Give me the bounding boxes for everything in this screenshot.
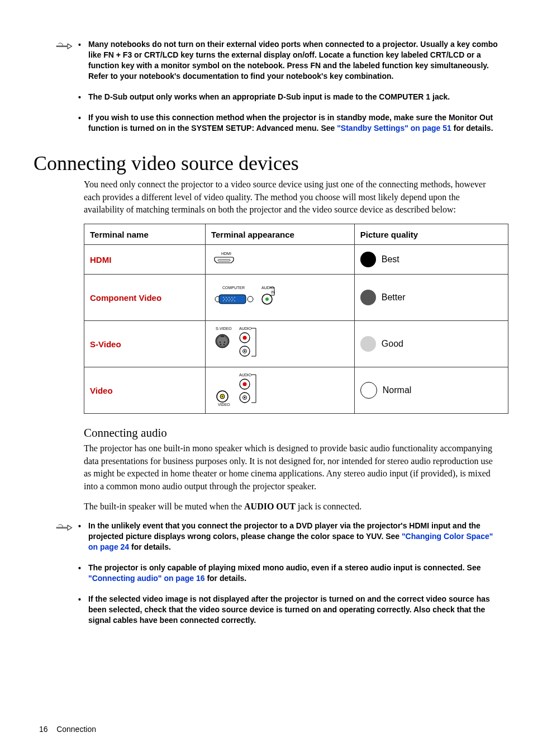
note-item: • The projector is only capable of playi… bbox=[78, 563, 499, 584]
hdmi-port-icon: HDMI bbox=[211, 251, 239, 266]
svg-point-15 bbox=[229, 300, 230, 301]
quality-circle-icon bbox=[360, 290, 376, 305]
page-footer: 16 Connection bbox=[39, 725, 96, 734]
svg-point-13 bbox=[223, 300, 224, 301]
svg-rect-26 bbox=[221, 336, 224, 337]
heading-connecting-video: Connecting video source devices bbox=[34, 152, 499, 175]
note-text-pre: The projector is only capable of playing… bbox=[88, 563, 480, 572]
svg-text:COMPUTER: COMPUTER bbox=[222, 286, 245, 290]
svg-point-46 bbox=[244, 397, 246, 399]
link-standby-settings[interactable]: "Standby Settings" on page 51 bbox=[337, 124, 451, 133]
svg-point-4 bbox=[223, 297, 224, 298]
svg-text:IN: IN bbox=[271, 290, 275, 294]
svg-text:VIDEO: VIDEO bbox=[218, 403, 230, 407]
quality-circle-icon bbox=[360, 252, 376, 267]
text-fragment: jack is connected. bbox=[296, 502, 361, 511]
top-note-block: • Many notebooks do not turn on their ex… bbox=[56, 39, 499, 144]
note-text: If the selected video image is not displ… bbox=[88, 594, 499, 626]
video-port-icon: VIDEO AUDIO bbox=[211, 371, 273, 408]
svg-point-5 bbox=[226, 297, 227, 298]
svg-point-16 bbox=[231, 300, 232, 301]
svg-point-36 bbox=[244, 351, 246, 352]
audio-paragraph: The projector has one built-in mono spea… bbox=[84, 442, 499, 493]
svg-point-29 bbox=[220, 344, 222, 346]
note-text-post: for details. bbox=[451, 124, 493, 133]
heading-connecting-audio: Connecting audio bbox=[84, 426, 499, 440]
svg-point-33 bbox=[242, 336, 246, 340]
intro-paragraph: You need only connect the projector to a… bbox=[84, 178, 499, 216]
cell-hdmi-quality: Best bbox=[354, 245, 508, 275]
th-picture-quality: Picture quality bbox=[354, 224, 508, 245]
svg-point-39 bbox=[222, 396, 223, 398]
quality-label: Good bbox=[382, 339, 403, 349]
svg-rect-1 bbox=[218, 259, 230, 261]
bottom-note-block: • In the unlikely event that you connect… bbox=[56, 521, 499, 635]
quality-circle-icon bbox=[360, 382, 377, 399]
note-item: • Many notebooks do not turn on their ex… bbox=[78, 39, 499, 82]
cell-svideo-quality: Good bbox=[354, 321, 508, 367]
note-text-post: for details. bbox=[129, 542, 171, 551]
svg-point-11 bbox=[230, 299, 231, 300]
svg-point-10 bbox=[227, 299, 228, 300]
cell-video-appearance: VIDEO AUDIO bbox=[205, 367, 354, 414]
note-item: • In the unlikely event that you connect… bbox=[78, 521, 499, 552]
svg-point-7 bbox=[231, 297, 232, 298]
svg-text:AUDIO: AUDIO bbox=[239, 373, 252, 377]
note-text: Many notebooks do not turn on their exte… bbox=[88, 39, 499, 82]
component-port-icon: COMPUTER AUDIO IN bbox=[211, 282, 284, 310]
th-terminal-appearance: Terminal appearance bbox=[205, 224, 354, 245]
quality-label: Better bbox=[382, 292, 406, 303]
svg-point-12 bbox=[232, 299, 234, 300]
terminals-table: Terminal name Terminal appearance Pictur… bbox=[84, 224, 508, 414]
cell-component-name: Component Video bbox=[84, 275, 206, 321]
speaker-mute-paragraph: The built-in speaker will be muted when … bbox=[84, 500, 499, 513]
cell-hdmi-appearance: HDMI bbox=[205, 245, 354, 275]
svg-point-27 bbox=[220, 342, 221, 343]
svideo-port-icon: S-VIDEO AUDIO bbox=[211, 324, 273, 361]
svg-text:S-VIDEO: S-VIDEO bbox=[216, 327, 232, 330]
svg-point-8 bbox=[234, 297, 235, 298]
svg-text:HDMI: HDMI bbox=[221, 252, 231, 256]
note-text: The D-Sub output only works when an appr… bbox=[88, 92, 450, 103]
page-number: 16 bbox=[39, 725, 48, 734]
cell-video-name: Video bbox=[84, 367, 206, 414]
svg-point-28 bbox=[224, 342, 226, 343]
cell-hdmi-name: HDMI bbox=[84, 245, 206, 275]
svg-point-9 bbox=[224, 299, 225, 300]
svg-text:AUDIO: AUDIO bbox=[239, 327, 252, 330]
cell-video-quality: Normal bbox=[354, 367, 508, 414]
svg-point-6 bbox=[229, 297, 230, 298]
quality-label: Normal bbox=[383, 385, 412, 395]
hand-pointer-icon bbox=[56, 521, 78, 535]
note-item: • If the selected video image is not dis… bbox=[78, 594, 499, 626]
note-text-post: for details. bbox=[205, 574, 247, 583]
cell-svideo-appearance: S-VIDEO AUDIO bbox=[205, 321, 354, 367]
svg-point-17 bbox=[234, 300, 235, 301]
th-terminal-name: Terminal name bbox=[84, 224, 206, 245]
cell-component-quality: Better bbox=[354, 275, 508, 321]
quality-circle-icon bbox=[360, 336, 376, 352]
audio-out-label: AUDIO OUT bbox=[244, 502, 296, 511]
section-name: Connection bbox=[56, 725, 96, 734]
svg-point-30 bbox=[223, 344, 225, 346]
svg-point-22 bbox=[265, 297, 269, 301]
note-item: • The D-Sub output only works when an ap… bbox=[78, 92, 499, 103]
cell-svideo-name: S-Video bbox=[84, 321, 206, 367]
cell-component-appearance: COMPUTER AUDIO IN bbox=[205, 275, 354, 321]
svg-point-43 bbox=[242, 382, 246, 386]
text-fragment: The built-in speaker will be muted when … bbox=[84, 502, 244, 511]
svg-point-18 bbox=[248, 296, 253, 302]
hand-pointer-icon bbox=[56, 39, 78, 54]
quality-label: Best bbox=[382, 254, 399, 264]
note-item: • If you wish to use this connection met… bbox=[78, 112, 499, 134]
svg-point-14 bbox=[226, 300, 227, 301]
link-connecting-audio[interactable]: "Connecting audio" on page 16 bbox=[88, 574, 205, 583]
svg-point-25 bbox=[217, 336, 227, 346]
